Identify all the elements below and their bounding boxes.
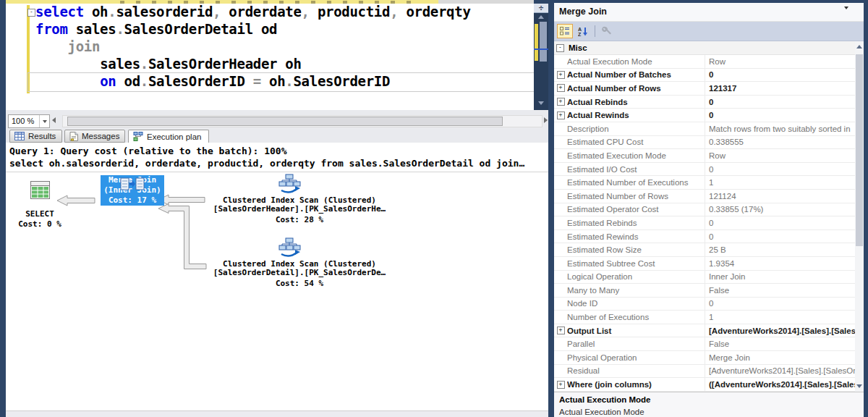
property-row[interactable]: DescriptionMatch rows from two suitably … bbox=[554, 122, 855, 136]
scroll-left-icon[interactable] bbox=[52, 117, 56, 123]
property-row[interactable]: Estimated Number of Executions1 bbox=[554, 176, 855, 190]
wrench-icon bbox=[602, 26, 612, 36]
code-line: sales.SalesOrderHeader oh bbox=[35, 56, 533, 73]
property-row[interactable]: ParallelFalse bbox=[554, 337, 855, 351]
select-result-icon bbox=[30, 181, 50, 199]
property-row[interactable]: Estimated CPU Cost0.338555 bbox=[554, 136, 855, 150]
tab-results[interactable]: Results bbox=[9, 130, 62, 143]
collapse-icon[interactable]: - bbox=[556, 44, 564, 52]
editor-horizontal-scrollbar[interactable] bbox=[62, 115, 542, 127]
property-row[interactable]: Estimated Subtree Cost1.9354 bbox=[554, 257, 855, 271]
categorized-button[interactable] bbox=[557, 24, 573, 38]
svg-text:A: A bbox=[578, 27, 582, 32]
property-row[interactable]: Node ID0 bbox=[554, 298, 855, 311]
plan-node-select[interactable]: SELECT Cost: 0 % bbox=[14, 180, 65, 230]
property-row[interactable]: +Actual Rewinds0 bbox=[554, 109, 855, 122]
property-value: ([AdventureWorks2014].[Sales].[SalesOr bbox=[705, 380, 855, 389]
property-row[interactable]: +Actual Number of Batches0 bbox=[554, 69, 855, 83]
property-name: Logical Operation bbox=[567, 271, 705, 284]
tab-execution-plan[interactable]: Execution plan bbox=[128, 130, 209, 143]
property-row[interactable]: Estimated Row Size25 B bbox=[554, 243, 855, 257]
property-row[interactable]: Estimated I/O Cost0 bbox=[554, 163, 855, 177]
plan-node-scan-header[interactable]: Clustered Index Scan (Clustered) [SalesO… bbox=[210, 174, 389, 228]
code-collapse-icon[interactable]: - bbox=[27, 9, 35, 17]
property-row[interactable]: Estimated Number of Rows121124 bbox=[554, 190, 855, 203]
property-value: 0 bbox=[705, 111, 855, 119]
property-name: Estimated Number of Rows bbox=[567, 190, 705, 203]
property-row[interactable]: Estimated Rebinds0 bbox=[554, 216, 855, 230]
tab-label: Messages bbox=[82, 132, 119, 140]
expand-icon[interactable]: + bbox=[554, 381, 567, 389]
property-row[interactable]: +Output List[AdventureWorks2014].[Sales]… bbox=[554, 324, 855, 338]
plan-node-scan-detail[interactable]: Clustered Index Scan (Clustered) [SalesO… bbox=[210, 237, 389, 292]
property-row[interactable]: Physical OperationMerge Join bbox=[554, 351, 855, 365]
scrollbar-thumb[interactable] bbox=[856, 54, 863, 246]
scroll-up-icon[interactable] bbox=[538, 15, 544, 19]
property-value: 0.338555 bbox=[705, 138, 855, 146]
tab-messages[interactable]: Messages bbox=[64, 130, 125, 143]
execution-plan-canvas[interactable]: SELECT Cost: 0 % Merge Join (Inner Join)… bbox=[6, 172, 548, 410]
property-value: 121124 bbox=[705, 192, 855, 201]
property-value: 0 bbox=[705, 232, 855, 241]
tab-label: Results bbox=[28, 132, 56, 140]
property-row[interactable]: +Actual Rebinds0 bbox=[554, 96, 855, 109]
category-row-misc[interactable]: - Misc bbox=[554, 41, 855, 55]
property-grid[interactable]: Actual Execution ModeRow+Actual Number o… bbox=[554, 55, 855, 392]
property-value: 25 B bbox=[705, 245, 855, 254]
clustered-index-scan-icon bbox=[278, 237, 301, 258]
expand-icon[interactable]: + bbox=[554, 71, 567, 79]
property-value: 0.33855 (17%) bbox=[705, 205, 855, 214]
property-row[interactable]: Estimated Operator Cost0.33855 (17%) bbox=[554, 203, 855, 217]
property-row[interactable]: Actual Execution ModeRow bbox=[554, 55, 855, 69]
property-value: 0 bbox=[705, 70, 855, 79]
splitter-handle[interactable]: ÷ bbox=[534, 4, 548, 13]
property-name: Where (join columns) bbox=[567, 378, 705, 391]
property-value: 0 bbox=[705, 219, 855, 227]
property-name: Number of Executions bbox=[567, 311, 705, 324]
property-row[interactable]: Estimated Execution ModeRow bbox=[554, 149, 855, 163]
category-label: Misc bbox=[569, 43, 587, 52]
editor-vertical-scrollbar[interactable]: ÷ bbox=[534, 4, 548, 110]
property-name: Many to Many bbox=[567, 284, 705, 297]
scroll-down-icon[interactable] bbox=[856, 384, 862, 388]
plan-node-object: [SalesOrderHeader].[PK_SalesOrderHe… bbox=[210, 205, 389, 214]
property-row[interactable]: Many to ManyFalse bbox=[554, 284, 855, 298]
expand-icon[interactable]: + bbox=[554, 111, 567, 119]
scroll-down-icon[interactable] bbox=[538, 101, 544, 105]
zoom-select[interactable]: 100 % bbox=[8, 114, 50, 128]
property-pages-button[interactable] bbox=[599, 24, 615, 38]
alphabetical-sort-button[interactable]: A Z bbox=[575, 24, 591, 38]
property-row[interactable]: +Actual Number of Rows121317 bbox=[554, 82, 855, 96]
plan-node-merge-join[interactable]: Merge Join (Inner Join) Cost: 17 % bbox=[101, 175, 164, 229]
property-value: False bbox=[705, 286, 855, 295]
property-value: 0 bbox=[705, 98, 855, 106]
bottom-scroll-strip bbox=[6, 410, 548, 417]
expand-icon[interactable]: + bbox=[554, 84, 567, 92]
scrollbar-thumb[interactable] bbox=[540, 22, 547, 62]
sql-editor[interactable]: - select oh.salesorderid, orderdate, pro… bbox=[6, 4, 534, 110]
property-row[interactable]: +Where (join columns)([AdventureWorks201… bbox=[554, 378, 855, 392]
property-name: Actual Rewinds bbox=[567, 109, 705, 122]
expand-icon[interactable]: + bbox=[554, 98, 567, 106]
properties-scrollbar[interactable] bbox=[855, 41, 864, 392]
property-row[interactable]: Estimated Rewinds0 bbox=[554, 230, 855, 244]
ssms-window: - select oh.salesorderid, orderdate, pro… bbox=[0, 0, 868, 417]
property-name: Estimated Rebinds bbox=[567, 216, 705, 229]
scroll-right-icon[interactable] bbox=[544, 117, 548, 123]
property-row[interactable]: Logical OperationInner Join bbox=[554, 271, 855, 285]
scrollbar-thumb[interactable] bbox=[67, 117, 503, 126]
messages-icon bbox=[69, 132, 78, 141]
expand-icon[interactable]: + bbox=[554, 327, 567, 334]
plan-node-label: SELECT bbox=[14, 210, 65, 219]
code-line: join bbox=[35, 38, 533, 56]
chevron-down-icon[interactable] bbox=[39, 115, 49, 127]
query-text-line: select oh.salesorderid, orderdate, produ… bbox=[9, 158, 524, 169]
properties-panel: Merge Join A Z bbox=[554, 3, 864, 417]
property-value: 1 bbox=[705, 178, 855, 187]
plan-node-cost: Cost: 0 % bbox=[14, 220, 65, 229]
property-row[interactable]: Number of Executions1 bbox=[554, 311, 855, 324]
property-row[interactable]: Residual[AdventureWorks2014].[Sales].[Sa… bbox=[554, 365, 855, 379]
window-position-icon[interactable] bbox=[844, 9, 851, 22]
scroll-up-icon[interactable] bbox=[856, 45, 862, 49]
code-lines: select oh.salesorderid, orderdate, produ… bbox=[35, 4, 533, 90]
